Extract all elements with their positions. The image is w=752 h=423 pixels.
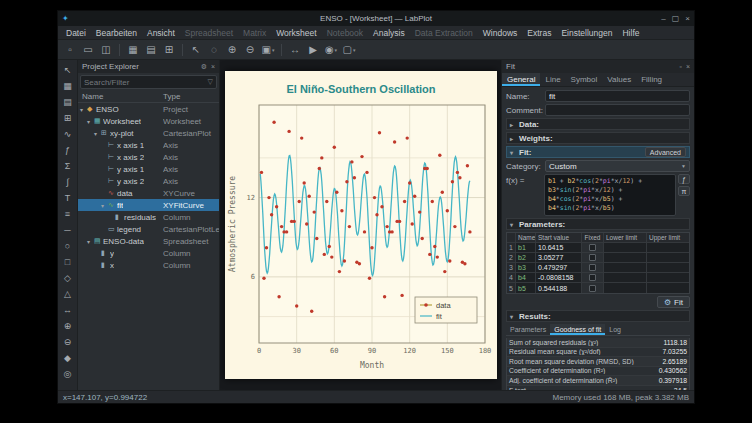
select-mode-icon[interactable]: ↖ — [188, 42, 204, 58]
worksheet-icon[interactable]: ▦ — [60, 78, 76, 93]
matrix-icon[interactable]: ⊞ — [60, 110, 76, 125]
param-start-value-cell[interactable]: 0.544188 — [536, 283, 582, 293]
param-lower-limit-cell[interactable] — [604, 253, 647, 262]
navigate-icon[interactable]: ↔ — [287, 42, 303, 58]
new-matrix-icon[interactable]: ⊞ — [161, 42, 177, 58]
tree-column-name[interactable]: Name — [78, 92, 163, 101]
tree-row-y[interactable]: ▮yColumn — [78, 247, 219, 259]
comment-input[interactable] — [545, 104, 690, 116]
tab-filling[interactable]: Filling — [636, 73, 667, 86]
section-results[interactable]: ▾ Results: — [506, 310, 690, 322]
minimize-button[interactable]: – — [661, 14, 665, 23]
param-lower-limit-cell[interactable] — [604, 273, 647, 282]
tree-row-y-axis-1[interactable]: ⊢y axis 1Axis — [78, 163, 219, 175]
rect-icon[interactable]: □ — [60, 254, 76, 269]
new-spreadsheet-icon[interactable]: ▤ — [143, 42, 159, 58]
category-combobox[interactable]: Custom ▼ — [545, 160, 690, 172]
presenter-mode-icon[interactable]: ▢▾ — [341, 42, 357, 58]
param-name-cell[interactable]: b1 — [516, 243, 536, 252]
param-upper-limit-cell[interactable] — [647, 283, 689, 293]
marker-icon[interactable]: ◆ — [60, 350, 76, 365]
magnifier-icon[interactable]: ◉▾ — [323, 42, 339, 58]
tree-row-x[interactable]: ▮xColumn — [78, 259, 219, 271]
expander-icon[interactable]: ▾ — [80, 106, 87, 113]
search-input[interactable] — [84, 78, 208, 87]
tree-row-xy-plot[interactable]: ▾⊞xy-plotCartesianPlot — [78, 127, 219, 139]
param-name-cell[interactable]: b3 — [516, 263, 536, 272]
tree-row-data[interactable]: ∿dataXYCurve — [78, 187, 219, 199]
float-dock-icon[interactable]: ▫ — [679, 63, 681, 70]
results-tab-goodness-of-fit[interactable]: Goodness of fit — [550, 324, 605, 335]
param-start-value-cell[interactable]: -0.0808158 — [536, 273, 582, 282]
new-worksheet-icon[interactable]: ▦ — [125, 42, 141, 58]
close-dock-icon[interactable]: × — [211, 63, 215, 71]
diamond-icon[interactable]: ◇ — [60, 270, 76, 285]
param-start-value-cell[interactable]: 3.05277 — [536, 253, 582, 262]
integral-icon[interactable]: ∫ — [60, 174, 76, 189]
menu-worksheet[interactable]: Worksheet — [271, 28, 321, 38]
maximize-button[interactable]: ▢ — [672, 14, 680, 23]
expander-icon[interactable]: ▾ — [94, 130, 101, 137]
tree-row-legend[interactable]: ▭legendCartesianPlotLegend — [78, 223, 219, 235]
tab-symbol[interactable]: Symbol — [566, 73, 603, 86]
tab-values[interactable]: Values — [602, 73, 636, 86]
param-lower-limit-cell[interactable] — [604, 243, 647, 252]
triangle-icon[interactable]: △ — [60, 286, 76, 301]
menu-bearbeiten[interactable]: Bearbeiten — [91, 28, 142, 38]
tab-line[interactable]: Line — [540, 73, 565, 86]
xy-plot[interactable]: El Niño-Southern OscillationMonthAtmosph… — [225, 71, 497, 379]
tree-row-residuals[interactable]: ▮residualsColumn — [78, 211, 219, 223]
tab-general[interactable]: General — [502, 73, 540, 86]
expander-icon[interactable]: ▾ — [87, 238, 94, 245]
fixed-checkbox[interactable] — [589, 244, 596, 251]
tree-row-enso-data[interactable]: ▾▤ENSO-dataSpreadsheet — [78, 235, 219, 247]
title-bar[interactable]: ✦ ENSO - [Worksheet] — LabPlot – ▢ × — [58, 11, 694, 26]
menu-extras[interactable]: Extras — [522, 28, 556, 38]
param-upper-limit-cell[interactable] — [647, 273, 689, 282]
menu-hilfe[interactable]: Hilfe — [617, 28, 644, 38]
curve-icon[interactable]: ∿ — [60, 126, 76, 141]
expander-icon[interactable]: ▾ — [101, 202, 108, 209]
menu-windows[interactable]: Windows — [478, 28, 522, 38]
tree-header[interactable]: Name Type — [78, 91, 219, 103]
tree-row-worksheet[interactable]: ▾▦WorksheetWorksheet — [78, 115, 219, 127]
param-name-cell[interactable]: b5 — [516, 283, 536, 293]
project-explorer-header[interactable]: Project Explorer ⚙ × — [78, 60, 219, 73]
param-start-value-cell[interactable]: 0.479297 — [536, 263, 582, 272]
section-parameters[interactable]: ▾ Parameters: — [506, 218, 690, 230]
menu-analysis[interactable]: Analysis — [368, 28, 410, 38]
run-fit-button[interactable]: ⚙ Fit — [657, 296, 690, 308]
menu-ansicht[interactable]: Ansicht — [142, 28, 180, 38]
close-dock-icon[interactable]: × — [686, 63, 690, 70]
tree-row-enso[interactable]: ▾◆ENSOProject — [78, 103, 219, 115]
menu-matrix[interactable]: Matrix — [238, 28, 271, 38]
param-upper-limit-cell[interactable] — [647, 253, 689, 262]
name-input[interactable] — [545, 90, 690, 102]
menu-data-extraction[interactable]: Data Extraction — [410, 28, 478, 38]
tree-row-fit[interactable]: ▾∿fitXYFitCurve — [78, 199, 219, 211]
zoom-in-icon[interactable]: ⊕ — [224, 42, 240, 58]
tree-column-type[interactable]: Type — [163, 92, 219, 101]
menu-notebook[interactable]: Notebook — [322, 28, 368, 38]
function-icon[interactable]: ƒ — [60, 142, 76, 157]
fixed-checkbox[interactable] — [589, 274, 596, 281]
list-icon[interactable]: ≡ — [60, 206, 76, 221]
play-icon[interactable]: ▶ — [305, 42, 321, 58]
menu-einstellungen[interactable]: Einstellungen — [556, 28, 617, 38]
spreadsheet-icon[interactable]: ▤ — [60, 94, 76, 109]
tree-row-x-axis-1[interactable]: ⊢x axis 1Axis — [78, 139, 219, 151]
text-icon[interactable]: T — [60, 190, 76, 205]
formula-editor[interactable]: b1 + b2*cos(2*pi*x/12) + b3*sin(2*pi*x/1… — [544, 174, 676, 216]
zoom-out-icon[interactable]: ⊖ — [60, 334, 76, 349]
tree-row-x-axis-2[interactable]: ⊢x axis 2Axis — [78, 151, 219, 163]
section-fit[interactable]: ▾ Fit: Advanced — [506, 146, 690, 158]
functions-icon[interactable]: ƒ — [678, 174, 690, 184]
target-icon[interactable]: ◎ — [60, 366, 76, 381]
param-upper-limit-cell[interactable] — [647, 243, 689, 252]
filter-icon[interactable]: ▽ — [208, 78, 213, 86]
circle-icon[interactable]: ○ — [60, 238, 76, 253]
worksheet-sheet[interactable]: El Niño-Southern OscillationMonthAtmosph… — [225, 71, 497, 379]
param-upper-limit-cell[interactable] — [647, 263, 689, 272]
zoom-out-icon[interactable]: ⊖ — [242, 42, 258, 58]
menu-datei[interactable]: Datei — [61, 28, 91, 38]
